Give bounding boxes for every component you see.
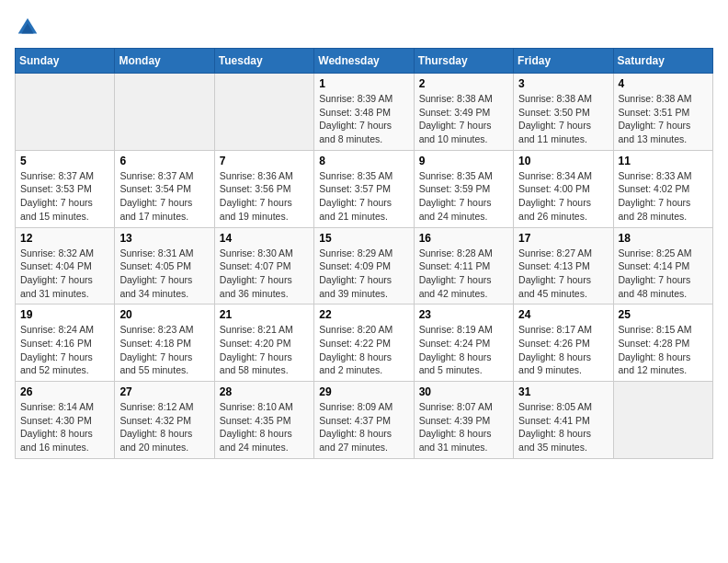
day-info: Sunrise: 8:36 AM Sunset: 3:56 PM Dayligh…	[220, 169, 309, 224]
calendar-cell: 2Sunrise: 8:38 AM Sunset: 3:49 PM Daylig…	[414, 74, 513, 151]
weekday-header: Monday	[115, 49, 214, 74]
calendar-cell: 8Sunrise: 8:35 AM Sunset: 3:57 PM Daylig…	[314, 150, 414, 227]
day-info: Sunrise: 8:07 AM Sunset: 4:39 PM Dayligh…	[419, 400, 508, 454]
calendar-cell: 9Sunrise: 8:35 AM Sunset: 3:59 PM Daylig…	[414, 150, 513, 227]
calendar-cell	[214, 74, 313, 151]
day-info: Sunrise: 8:31 AM Sunset: 4:05 PM Dayligh…	[119, 247, 209, 301]
day-info: Sunrise: 8:34 AM Sunset: 4:00 PM Dayligh…	[518, 169, 608, 224]
calendar-cell: 1Sunrise: 8:39 AM Sunset: 3:48 PM Daylig…	[314, 74, 414, 151]
calendar-cell: 30Sunrise: 8:07 AM Sunset: 4:39 PM Dayli…	[414, 382, 513, 459]
calendar-cell: 28Sunrise: 8:10 AM Sunset: 4:35 PM Dayli…	[214, 382, 313, 459]
weekday-header: Wednesday	[314, 49, 414, 74]
day-info: Sunrise: 8:35 AM Sunset: 3:57 PM Dayligh…	[319, 169, 408, 224]
calendar-cell: 29Sunrise: 8:09 AM Sunset: 4:37 PM Dayli…	[314, 382, 414, 459]
day-info: Sunrise: 8:05 AM Sunset: 4:41 PM Dayligh…	[518, 400, 608, 454]
calendar-cell: 31Sunrise: 8:05 AM Sunset: 4:41 PM Dayli…	[514, 382, 613, 459]
calendar-week-row: 5Sunrise: 8:37 AM Sunset: 3:53 PM Daylig…	[16, 150, 713, 227]
calendar-table: SundayMondayTuesdayWednesdayThursdayFrid…	[15, 48, 713, 459]
day-number: 18	[619, 232, 708, 245]
day-info: Sunrise: 8:21 AM Sunset: 4:20 PM Dayligh…	[220, 323, 309, 377]
day-number: 20	[119, 308, 209, 321]
day-number: 31	[518, 385, 608, 398]
day-number: 24	[518, 308, 608, 321]
day-number: 5	[20, 155, 109, 167]
calendar-cell: 25Sunrise: 8:15 AM Sunset: 4:28 PM Dayli…	[613, 304, 712, 382]
day-number: 27	[119, 385, 209, 398]
day-info: Sunrise: 8:10 AM Sunset: 4:35 PM Dayligh…	[220, 400, 309, 454]
calendar-cell: 15Sunrise: 8:29 AM Sunset: 4:09 PM Dayli…	[314, 227, 414, 304]
calendar-cell	[115, 74, 214, 151]
calendar-cell: 13Sunrise: 8:31 AM Sunset: 4:05 PM Dayli…	[115, 227, 214, 304]
calendar-cell: 21Sunrise: 8:21 AM Sunset: 4:20 PM Dayli…	[214, 304, 313, 382]
calendar-cell: 11Sunrise: 8:33 AM Sunset: 4:02 PM Dayli…	[613, 150, 712, 227]
calendar-cell: 17Sunrise: 8:27 AM Sunset: 4:13 PM Dayli…	[514, 227, 613, 304]
day-info: Sunrise: 8:19 AM Sunset: 4:24 PM Dayligh…	[419, 323, 508, 377]
day-number: 11	[619, 155, 708, 167]
day-info: Sunrise: 8:09 AM Sunset: 4:37 PM Dayligh…	[319, 400, 408, 454]
calendar-cell: 3Sunrise: 8:38 AM Sunset: 3:50 PM Daylig…	[514, 74, 613, 151]
day-number: 29	[319, 385, 408, 398]
calendar-cell: 22Sunrise: 8:20 AM Sunset: 4:22 PM Dayli…	[314, 304, 414, 382]
calendar-cell: 4Sunrise: 8:38 AM Sunset: 3:51 PM Daylig…	[613, 74, 712, 151]
day-info: Sunrise: 8:27 AM Sunset: 4:13 PM Dayligh…	[518, 247, 608, 301]
logo	[15, 15, 44, 40]
day-info: Sunrise: 8:33 AM Sunset: 4:02 PM Dayligh…	[619, 169, 708, 224]
calendar-cell: 14Sunrise: 8:30 AM Sunset: 4:07 PM Dayli…	[214, 227, 313, 304]
day-info: Sunrise: 8:24 AM Sunset: 4:16 PM Dayligh…	[20, 323, 109, 377]
day-number: 19	[20, 308, 109, 321]
day-info: Sunrise: 8:32 AM Sunset: 4:04 PM Dayligh…	[20, 247, 109, 301]
day-number: 14	[220, 232, 309, 245]
calendar-cell: 24Sunrise: 8:17 AM Sunset: 4:26 PM Dayli…	[514, 304, 613, 382]
day-info: Sunrise: 8:29 AM Sunset: 4:09 PM Dayligh…	[319, 247, 408, 301]
day-number: 3	[518, 77, 608, 90]
day-number: 8	[319, 155, 408, 167]
calendar-cell: 20Sunrise: 8:23 AM Sunset: 4:18 PM Dayli…	[115, 304, 214, 382]
day-info: Sunrise: 8:30 AM Sunset: 4:07 PM Dayligh…	[220, 247, 309, 301]
calendar-header-row: SundayMondayTuesdayWednesdayThursdayFrid…	[16, 49, 713, 74]
day-info: Sunrise: 8:25 AM Sunset: 4:14 PM Dayligh…	[619, 247, 708, 301]
day-number: 15	[319, 232, 408, 245]
calendar-week-row: 1Sunrise: 8:39 AM Sunset: 3:48 PM Daylig…	[16, 74, 713, 151]
calendar-week-row: 12Sunrise: 8:32 AM Sunset: 4:04 PM Dayli…	[16, 227, 713, 304]
weekday-header: Tuesday	[214, 49, 313, 74]
calendar-cell	[16, 74, 115, 151]
day-info: Sunrise: 8:38 AM Sunset: 3:49 PM Dayligh…	[419, 92, 508, 146]
calendar-cell: 18Sunrise: 8:25 AM Sunset: 4:14 PM Dayli…	[613, 227, 712, 304]
page-header	[15, 15, 713, 40]
day-number: 25	[619, 308, 708, 321]
weekday-header: Thursday	[414, 49, 513, 74]
day-info: Sunrise: 8:37 AM Sunset: 3:53 PM Dayligh…	[20, 169, 109, 224]
calendar-cell: 19Sunrise: 8:24 AM Sunset: 4:16 PM Dayli…	[16, 304, 115, 382]
day-number: 1	[319, 77, 408, 90]
logo-icon	[15, 15, 40, 40]
day-info: Sunrise: 8:12 AM Sunset: 4:32 PM Dayligh…	[119, 400, 209, 454]
day-info: Sunrise: 8:38 AM Sunset: 3:50 PM Dayligh…	[518, 92, 608, 146]
day-number: 10	[518, 155, 608, 167]
day-info: Sunrise: 8:28 AM Sunset: 4:11 PM Dayligh…	[419, 247, 508, 301]
calendar-cell: 23Sunrise: 8:19 AM Sunset: 4:24 PM Dayli…	[414, 304, 513, 382]
day-number: 9	[419, 155, 508, 167]
day-number: 17	[518, 232, 608, 245]
day-number: 23	[419, 308, 508, 321]
day-info: Sunrise: 8:38 AM Sunset: 3:51 PM Dayligh…	[619, 92, 708, 146]
weekday-header: Sunday	[16, 49, 115, 74]
day-number: 16	[419, 232, 508, 245]
day-number: 21	[220, 308, 309, 321]
calendar-cell: 16Sunrise: 8:28 AM Sunset: 4:11 PM Dayli…	[414, 227, 513, 304]
calendar-cell	[613, 382, 712, 459]
weekday-header: Saturday	[613, 49, 712, 74]
day-number: 7	[220, 155, 309, 167]
day-number: 30	[419, 385, 508, 398]
day-info: Sunrise: 8:39 AM Sunset: 3:48 PM Dayligh…	[319, 92, 408, 146]
day-info: Sunrise: 8:17 AM Sunset: 4:26 PM Dayligh…	[518, 323, 608, 377]
weekday-header: Friday	[514, 49, 613, 74]
day-info: Sunrise: 8:37 AM Sunset: 3:54 PM Dayligh…	[119, 169, 209, 224]
calendar-cell: 12Sunrise: 8:32 AM Sunset: 4:04 PM Dayli…	[16, 227, 115, 304]
calendar-cell: 26Sunrise: 8:14 AM Sunset: 4:30 PM Dayli…	[16, 382, 115, 459]
day-number: 2	[419, 77, 508, 90]
day-info: Sunrise: 8:20 AM Sunset: 4:22 PM Dayligh…	[319, 323, 408, 377]
day-number: 26	[20, 385, 109, 398]
day-number: 28	[220, 385, 309, 398]
day-number: 22	[319, 308, 408, 321]
calendar-week-row: 19Sunrise: 8:24 AM Sunset: 4:16 PM Dayli…	[16, 304, 713, 382]
